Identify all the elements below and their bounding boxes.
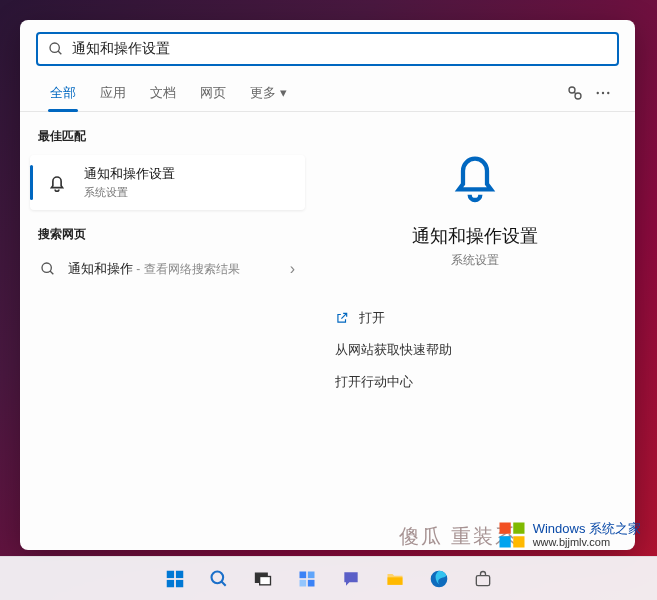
best-match-result[interactable]: 通知和操作设置 系统设置: [30, 155, 305, 210]
start-button[interactable]: [156, 560, 194, 598]
svg-point-6: [602, 91, 604, 93]
best-match-label: 最佳匹配: [28, 122, 307, 151]
action-center-label: 打开行动中心: [335, 373, 413, 391]
watermark-line1: Windows 系统之家: [533, 522, 641, 536]
results-left-column: 最佳匹配 通知和操作设置 系统设置 搜索网页 通知和操作 - 查看网络搜索结果 …: [20, 112, 315, 550]
result-title: 通知和操作设置: [84, 165, 175, 183]
svg-point-7: [607, 91, 609, 93]
search-web-label: 搜索网页: [28, 220, 307, 249]
preview-title: 通知和操作设置: [335, 224, 615, 248]
edge-icon[interactable]: [420, 560, 458, 598]
tab-documents[interactable]: 文档: [138, 74, 188, 111]
watermark-text: Windows 系统之家 www.bjjmlv.com: [533, 522, 641, 548]
web-search-item[interactable]: 通知和操作 - 查看网络搜索结果 ›: [28, 249, 307, 288]
search-box[interactable]: [36, 32, 619, 66]
tab-more-label: 更多: [250, 84, 276, 102]
web-help-action[interactable]: 从网站获取快速帮助: [335, 341, 615, 359]
web-help-action-label: 从网站获取快速帮助: [335, 341, 452, 359]
svg-point-2: [569, 87, 575, 93]
store-icon[interactable]: [464, 560, 502, 598]
svg-point-5: [597, 91, 599, 93]
svg-line-4: [574, 92, 576, 94]
svg-rect-17: [175, 579, 182, 586]
result-text: 通知和操作设置 系统设置: [84, 165, 175, 200]
task-view-icon[interactable]: [244, 560, 282, 598]
chevron-down-icon: ▾: [280, 85, 287, 100]
windows-logo-icon: [497, 520, 527, 550]
open-icon: [335, 311, 349, 325]
svg-line-1: [58, 51, 61, 54]
widgets-icon[interactable]: [288, 560, 326, 598]
svg-rect-14: [166, 570, 173, 577]
tab-apps[interactable]: 应用: [88, 74, 138, 111]
explorer-icon[interactable]: [376, 560, 414, 598]
open-action-label: 打开: [359, 309, 385, 327]
chat-icon[interactable]: [332, 560, 370, 598]
tab-apps-label: 应用: [100, 84, 126, 102]
svg-point-18: [211, 571, 223, 583]
account-link-icon[interactable]: [561, 79, 589, 107]
svg-rect-13: [513, 536, 524, 547]
more-options-icon[interactable]: [589, 79, 617, 107]
svg-point-8: [42, 263, 51, 272]
web-item-prefix: 通知和操作: [68, 261, 133, 276]
svg-rect-24: [299, 579, 306, 586]
tab-web-label: 网页: [200, 84, 226, 102]
preview-bell-icon: [335, 144, 615, 208]
web-item-text: 通知和操作 - 查看网络搜索结果: [68, 259, 240, 278]
results-body: 最佳匹配 通知和操作设置 系统设置 搜索网页 通知和操作 - 查看网络搜索结果 …: [20, 112, 635, 550]
tab-documents-label: 文档: [150, 84, 176, 102]
action-center-action[interactable]: 打开行动中心: [335, 373, 615, 391]
result-subtitle: 系统设置: [84, 185, 175, 200]
svg-rect-22: [299, 571, 306, 578]
site-watermark: Windows 系统之家 www.bjjmlv.com: [491, 516, 647, 554]
svg-rect-28: [476, 575, 489, 585]
web-item-suffix: - 查看网络搜索结果: [133, 262, 240, 276]
svg-rect-21: [259, 576, 270, 584]
svg-rect-12: [499, 536, 510, 547]
open-action[interactable]: 打开: [335, 309, 615, 327]
preview-column: 通知和操作设置 系统设置 打开 从网站获取快速帮助 打开行动中心: [315, 112, 635, 550]
taskbar-search-icon[interactable]: [200, 560, 238, 598]
svg-rect-11: [513, 523, 524, 534]
preview-subtitle: 系统设置: [335, 252, 615, 269]
svg-line-19: [221, 581, 225, 585]
svg-rect-16: [166, 579, 173, 586]
search-icon: [40, 261, 56, 277]
svg-line-9: [50, 271, 53, 274]
svg-point-3: [575, 93, 581, 99]
tabs-row: 全部 应用 文档 网页 更多▾: [20, 74, 635, 112]
svg-rect-25: [307, 579, 314, 586]
bell-icon: [42, 168, 72, 198]
tab-more[interactable]: 更多▾: [238, 74, 299, 111]
search-input[interactable]: [72, 41, 607, 57]
search-row: [20, 20, 635, 74]
tab-all[interactable]: 全部: [38, 74, 88, 111]
svg-rect-26: [387, 577, 402, 585]
tab-web[interactable]: 网页: [188, 74, 238, 111]
svg-rect-10: [499, 523, 510, 534]
svg-rect-15: [175, 570, 182, 577]
search-icon: [48, 41, 64, 57]
search-panel: 全部 应用 文档 网页 更多▾ 最佳匹配 通知和操作设置 系统设置 搜索网页: [20, 20, 635, 550]
svg-point-0: [50, 43, 59, 52]
tab-all-label: 全部: [50, 84, 76, 102]
preview-actions: 打开 从网站获取快速帮助 打开行动中心: [335, 309, 615, 391]
chevron-right-icon: ›: [290, 260, 295, 278]
svg-rect-23: [307, 571, 314, 578]
taskbar: [0, 556, 657, 600]
watermark-line2: www.bjjmlv.com: [533, 536, 641, 548]
